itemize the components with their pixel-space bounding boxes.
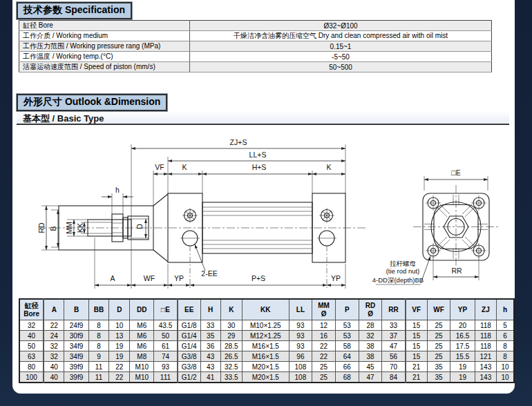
dim-data-cell: 22 bbox=[44, 320, 64, 331]
dim-data-cell: 66 bbox=[335, 362, 359, 372]
dim-data-cell: 53 bbox=[335, 331, 359, 341]
dim-data-cell: 26.5 bbox=[220, 351, 243, 362]
dim-data-cell: 100 bbox=[19, 372, 44, 383]
dim-data-cell: 32 bbox=[359, 331, 382, 341]
front-cap-screw bbox=[182, 208, 198, 223]
dim-data-cell: 22 bbox=[312, 351, 336, 362]
dim-data-cell: 37 bbox=[382, 331, 406, 341]
dim-label-h-s: H+S bbox=[252, 163, 267, 171]
dim-data-cell: 6 bbox=[497, 331, 514, 341]
dim-data-cell: 32.5 bbox=[220, 362, 243, 372]
dim-data-cell: 34f9 bbox=[64, 341, 88, 351]
dim-data-cell: 63 bbox=[19, 351, 44, 362]
dim-data-cell: M10 bbox=[130, 372, 154, 383]
dim-data-cell: 25 bbox=[427, 351, 450, 362]
dim-data-cell: 40 bbox=[44, 372, 64, 383]
dim-data-cell: M16×1.5 bbox=[243, 341, 289, 351]
dim-label-ll-s: LL+S bbox=[249, 151, 267, 159]
dim-data-cell: 38 bbox=[359, 341, 382, 351]
dim-data-cell: 22 bbox=[109, 362, 130, 372]
dim-data-cell: 15 bbox=[406, 351, 428, 362]
dim-data-cell: 12 bbox=[312, 320, 336, 331]
dim-data-cell: 32 bbox=[44, 351, 64, 362]
dim-data-cell: M6 bbox=[130, 331, 154, 341]
dim-label-vf: VF bbox=[155, 163, 164, 171]
dim-data-cell: 40 bbox=[44, 362, 64, 372]
dim-data-cell: 68 bbox=[335, 372, 359, 383]
dim-header-cell: K bbox=[220, 299, 243, 320]
label-tie-rod-nut-cn: 拉杆螺母 bbox=[390, 260, 417, 267]
dim-data-cell: M16×1.5 bbox=[243, 351, 289, 362]
dim-data-cell: 118 bbox=[475, 341, 497, 351]
dim-data-cell: 50 bbox=[154, 331, 178, 341]
dim-data-cell: G1/4 bbox=[178, 331, 201, 341]
spec-value-cell: Ø32~Ø100 bbox=[190, 21, 492, 31]
rear-port bbox=[317, 231, 336, 246]
dim-data-cell: 8 bbox=[88, 320, 109, 331]
dim-label-k-left: K bbox=[182, 163, 187, 171]
dim-data-row: 633234f9919M874G3/84326.5M16×1.596226438… bbox=[19, 351, 514, 362]
dim-header-cell: □E bbox=[154, 299, 178, 320]
spec-label-cell: 工作温度 / Working temp.(°C) bbox=[19, 52, 190, 62]
dim-data-cell: 17.5 bbox=[450, 341, 475, 351]
dim-data-cell: 41 bbox=[200, 372, 220, 383]
label-4dd-depth-bb: 4-DD深(depth)BB bbox=[372, 276, 424, 284]
content-panel: 技术参数 Specification 缸径 BoreØ32~Ø100工作介质 /… bbox=[12, 0, 515, 394]
dim-data-cell: 25 bbox=[312, 372, 336, 383]
dim-header-cell: YP bbox=[450, 299, 475, 320]
dim-label-2ee: 2-EE bbox=[201, 269, 217, 278]
dim-header-cell: LL bbox=[289, 299, 312, 320]
dim-label-kk: KK bbox=[76, 223, 84, 233]
dim-label-mm: MM bbox=[65, 222, 73, 234]
dim-data-cell: 111 bbox=[154, 372, 178, 383]
basic-type-subtitle: 基本型 / Basic Type bbox=[17, 112, 509, 125]
dim-data-cell: 25 bbox=[427, 341, 450, 351]
dim-data-cell: 43.5 bbox=[154, 320, 178, 331]
dim-data-row: 503234f9819M661G1/43628.5M16×1.593225838… bbox=[19, 341, 514, 351]
dim-header-cell: H bbox=[200, 299, 220, 320]
dim-data-cell: 28.5 bbox=[220, 341, 243, 351]
dim-header-cell: h bbox=[497, 299, 514, 320]
dim-data-cell: 13 bbox=[109, 331, 130, 341]
dim-data-cell: M8 bbox=[130, 351, 154, 362]
dim-data-cell: G1/8 bbox=[178, 320, 201, 331]
dim-data-cell: 96 bbox=[289, 351, 312, 362]
dim-data-cell: M6 bbox=[130, 341, 154, 351]
dim-data-cell: 80 bbox=[19, 362, 44, 372]
dimension-section-title: 外形尺寸 Outlook &Dimension bbox=[17, 94, 167, 111]
dim-data-cell: 118 bbox=[475, 331, 497, 341]
dim-data-cell: 70 bbox=[382, 362, 406, 372]
dim-data-cell: 58 bbox=[335, 341, 359, 351]
spec-label-cell: 缸径 Bore bbox=[19, 21, 190, 31]
dim-data-cell: 11 bbox=[88, 372, 109, 383]
spec-row: 工作温度 / Working temp.(°C)-5~50 bbox=[19, 52, 492, 62]
dim-data-cell: 25 bbox=[427, 320, 450, 331]
dim-data-cell: 38 bbox=[359, 351, 382, 362]
spec-value-cell: -5~50 bbox=[190, 52, 492, 62]
gland-taper-top bbox=[153, 194, 168, 206]
dim-data-cell: M6 bbox=[130, 320, 154, 331]
dim-data-cell: 34f9 bbox=[64, 351, 88, 362]
dim-label-k-right: K bbox=[326, 163, 331, 171]
dim-data-cell: 8 bbox=[497, 341, 514, 351]
dim-data-cell: M20×1.5 bbox=[243, 372, 289, 383]
spec-value-cell: 50~500 bbox=[190, 62, 492, 72]
dim-header-cell: VF bbox=[406, 299, 428, 320]
label-tie-rod-nut-en: (tie rod nut) bbox=[386, 267, 420, 275]
dim-data-cell: 32 bbox=[19, 320, 44, 331]
dim-data-cell: 84 bbox=[382, 372, 406, 383]
dim-data-cell: 53 bbox=[335, 320, 359, 331]
dim-header-cell: KK bbox=[243, 299, 289, 320]
dim-data-cell: 40 bbox=[19, 331, 44, 341]
dim-data-cell: 10 bbox=[497, 362, 514, 372]
dim-data-cell: 21 bbox=[406, 372, 428, 383]
dim-data-cell: M12×1.25 bbox=[243, 331, 289, 341]
dim-data-cell: 15 bbox=[406, 341, 428, 351]
dim-header-cell: BB bbox=[88, 299, 109, 320]
dim-data-cell: 50 bbox=[19, 341, 44, 351]
dim-data-cell: 43 bbox=[200, 362, 220, 372]
spec-value-cell: 干燥洁净含油雾的压缩空气 Dry and clean compressed ai… bbox=[190, 31, 492, 41]
dim-label-square-e: □E bbox=[451, 168, 460, 177]
spec-row: 工作压力范围 / Working pressure rang (MPa)0.15… bbox=[19, 41, 492, 52]
dim-data-cell: 43 bbox=[200, 351, 220, 362]
